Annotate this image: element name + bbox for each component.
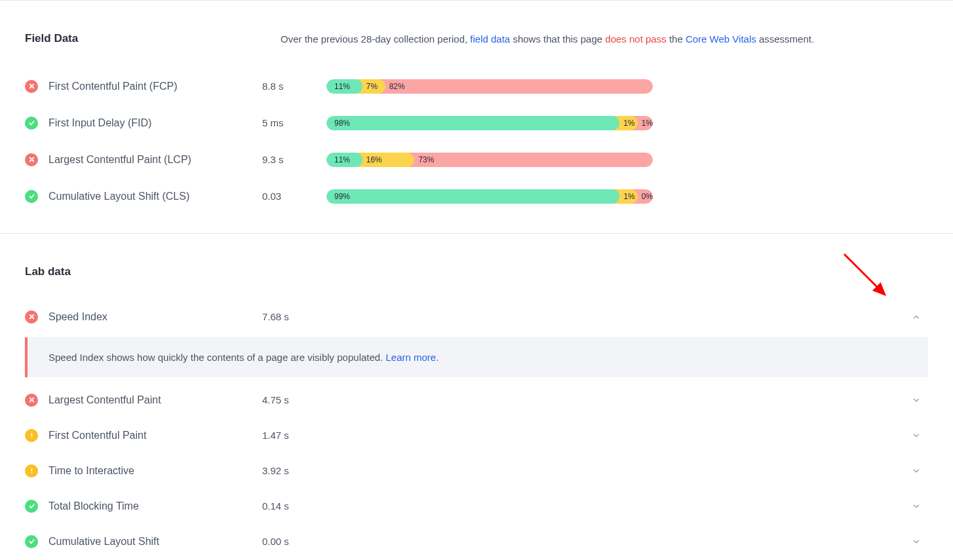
lab-metric-value: 1.47 s bbox=[262, 430, 899, 441]
metric-name: First Input Delay (FID) bbox=[49, 117, 252, 129]
lab-metric-row[interactable]: Time to Interactive3.92 s bbox=[25, 453, 928, 489]
warn-icon bbox=[25, 429, 38, 442]
svg-point-11 bbox=[31, 472, 32, 473]
metric-name: Largest Contentful Paint (LCP) bbox=[49, 154, 252, 166]
metric-value: 0.03 bbox=[262, 191, 316, 202]
chevron-down-icon[interactable] bbox=[910, 535, 923, 548]
pass-icon bbox=[25, 500, 38, 513]
lab-metric-name: Total Blocking Time bbox=[49, 500, 252, 512]
lab-metric-name: Cumulative Layout Shift bbox=[49, 536, 252, 548]
chevron-down-icon[interactable] bbox=[910, 394, 923, 407]
fail-icon bbox=[25, 310, 38, 324]
does-not-pass-text: does not pass bbox=[605, 33, 666, 45]
field-data-link[interactable]: field data bbox=[470, 33, 510, 45]
lab-metric-name: Largest Contentful Paint bbox=[49, 394, 252, 406]
distribution-bar: 11%7%82% bbox=[326, 79, 653, 94]
lab-metric-row[interactable]: First Contentful Paint1.47 s bbox=[25, 418, 928, 453]
metric-value: 8.8 s bbox=[262, 81, 316, 92]
lab-metrics-list: Speed Index7.68 sSpeed Index shows how q… bbox=[25, 299, 928, 559]
lab-data-title: Lab data bbox=[25, 265, 261, 278]
field-metrics-list: First Contentful Paint (FCP)8.8 s11%7%82… bbox=[25, 68, 928, 215]
chevron-down-icon[interactable] bbox=[910, 464, 923, 477]
lab-metric-value: 0.00 s bbox=[262, 536, 899, 547]
learn-more-link[interactable]: Learn more bbox=[386, 352, 437, 363]
chevron-down-icon[interactable] bbox=[910, 500, 923, 513]
fail-icon bbox=[25, 394, 38, 407]
svg-rect-10 bbox=[31, 468, 32, 471]
field-metric-row: Cumulative Layout Shift (CLS)0.0399%1%0% bbox=[25, 178, 928, 215]
lab-metric-name: First Contentful Paint bbox=[49, 430, 252, 441]
metric-name: Cumulative Layout Shift (CLS) bbox=[49, 191, 252, 202]
metric-info-panel: Speed Index shows how quickly the conten… bbox=[25, 337, 928, 377]
lab-metric-row[interactable]: Cumulative Layout Shift0.00 s bbox=[25, 524, 928, 559]
metric-value: 9.3 s bbox=[262, 154, 316, 165]
lab-metric-value: 7.68 s bbox=[262, 311, 899, 322]
dist-bad: 82% bbox=[374, 79, 653, 94]
field-metric-row: First Contentful Paint (FCP)8.8 s11%7%82… bbox=[25, 68, 928, 105]
lab-metric-value: 4.75 s bbox=[262, 394, 899, 405]
pass-icon bbox=[25, 117, 38, 130]
lab-metric-name: Time to Interactive bbox=[49, 465, 252, 477]
dist-good: 11% bbox=[326, 79, 362, 94]
field-data-header: Field Data Over the previous 28-day coll… bbox=[25, 32, 928, 47]
dist-good: 99% bbox=[326, 189, 619, 204]
metric-name: First Contentful Paint (FCP) bbox=[49, 81, 252, 92]
lab-metric-row[interactable]: Largest Contentful Paint4.75 s bbox=[25, 383, 928, 418]
svg-rect-8 bbox=[31, 433, 32, 436]
lab-metric-value: 3.92 s bbox=[262, 465, 899, 476]
warn-icon bbox=[25, 464, 38, 477]
fail-icon bbox=[25, 80, 38, 93]
field-metric-row: Largest Contentful Paint (LCP)9.3 s11%16… bbox=[25, 141, 928, 178]
lab-metric-value: 0.14 s bbox=[262, 500, 899, 512]
dist-bad: 73% bbox=[402, 153, 653, 167]
lab-data-header: Lab data bbox=[25, 265, 928, 278]
metric-value: 5 ms bbox=[262, 117, 316, 128]
dist-good: 98% bbox=[326, 116, 619, 130]
lab-metric-row[interactable]: Total Blocking Time0.14 s bbox=[25, 489, 928, 524]
distribution-bar: 99%1%0% bbox=[326, 189, 653, 204]
pass-icon bbox=[25, 535, 38, 548]
lab-metric-name: Speed Index bbox=[49, 311, 252, 323]
distribution-bar: 98%1%1% bbox=[326, 116, 653, 130]
svg-point-9 bbox=[31, 436, 32, 438]
chevron-up-icon[interactable] bbox=[910, 310, 923, 324]
lab-metric-row[interactable]: Speed Index7.68 s bbox=[25, 299, 928, 335]
field-data-title: Field Data bbox=[25, 32, 261, 45]
fail-icon bbox=[25, 153, 38, 166]
pass-icon bbox=[25, 190, 38, 203]
chevron-down-icon[interactable] bbox=[910, 429, 923, 442]
field-data-description: Over the previous 28-day collection peri… bbox=[281, 32, 814, 47]
dist-good: 11% bbox=[326, 153, 362, 167]
distribution-bar: 11%16%73% bbox=[326, 153, 653, 167]
field-metric-row: First Input Delay (FID)5 ms98%1%1% bbox=[25, 105, 928, 141]
core-web-vitals-link[interactable]: Core Web Vitals bbox=[686, 33, 756, 45]
field-data-section: Field Data Over the previous 28-day coll… bbox=[0, 0, 953, 233]
lab-data-section: Lab data Speed Index7.68 sSpeed Index sh… bbox=[0, 233, 953, 561]
